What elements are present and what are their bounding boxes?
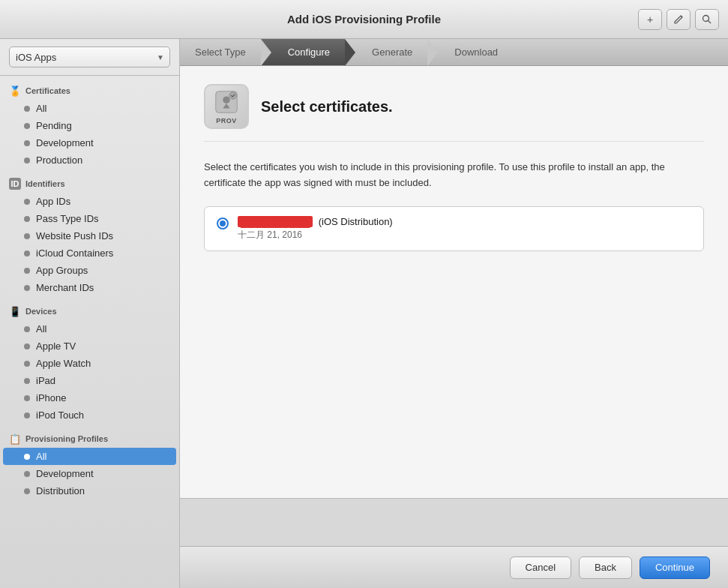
sidebar-item-label: All [36,103,46,114]
svg-point-0 [703,15,709,21]
prov-icon-inner: PROV [213,88,240,124]
dot-icon [24,106,30,112]
svg-point-3 [223,96,229,103]
sidebar-item-all-certs[interactable]: All [3,100,176,117]
certificate-icon: 🏅 [9,85,21,97]
sidebar-item-label: All [36,451,46,462]
provisioning-profiles-label: Provisioning Profiles [25,434,108,443]
sidebar-item-label: Pending [36,120,72,131]
app-type-dropdown-wrapper[interactable]: iOS Apps macOS tvOS ▼ [9,46,170,68]
step-select-type[interactable]: Select Type [180,39,261,65]
sidebar-item-label: Distribution [36,485,85,496]
dot-icon [24,158,30,164]
sidebar-item-label: App Groups [36,265,88,276]
svg-line-1 [709,20,712,23]
sidebar-item-icloud-containers[interactable]: iCloud Containers [3,244,176,262]
sidebar-item-label: iCloud Containers [36,248,113,259]
dot-icon [24,216,30,222]
sidebar: iOS Apps macOS tvOS ▼ 🏅 Certificates All… [0,39,180,588]
title-bar-buttons: + [638,9,719,30]
step-label: Download [454,46,498,58]
back-button[interactable]: Back [579,556,632,579]
edit-button[interactable] [667,9,691,30]
profile-icon: 📋 [9,433,21,445]
prov-label: PROV [216,117,237,124]
sidebar-item-apple-watch[interactable]: Apple Watch [3,355,176,372]
cert-info: ██████████ (iOS Distribution) 十二月 21, 20… [238,216,393,242]
sidebar-item-distribution-profiles[interactable]: Distribution [3,482,176,500]
dot-icon [24,488,30,494]
sidebar-item-label: Merchant IDs [36,282,94,293]
page-title: Select certificates. [261,98,393,116]
dot-icon [24,344,30,350]
sidebar-item-ipod-touch[interactable]: iPod Touch [3,406,176,424]
sidebar-item-pass-type-ids[interactable]: Pass Type IDs [3,210,176,227]
scrollable-content: PROV Select certificates. Select the cer… [180,66,728,498]
dot-icon [24,268,30,274]
step-label: Generate [372,46,412,58]
sidebar-item-label: Apple TV [36,340,76,352]
cancel-button[interactable]: Cancel [510,556,571,579]
identifiers-section-header: ID Identifiers [0,169,179,193]
description-text: Select the certificates you wish to incl… [204,160,704,191]
sidebar-item-website-push-ids[interactable]: Website Push IDs [3,227,176,244]
gear-badge-icon [213,88,240,116]
sidebar-item-development-certs[interactable]: Development [3,134,176,152]
sidebar-item-label: Production [36,154,82,166]
sidebar-item-label: All [36,323,46,334]
app-type-dropdown[interactable]: iOS Apps macOS tvOS [9,46,170,68]
add-button[interactable]: + [638,9,662,30]
sidebar-item-apple-tv[interactable]: Apple TV [3,338,176,355]
sidebar-item-label: iPod Touch [36,410,84,421]
window-title: Add iOS Provisioning Profile [287,13,441,26]
dot-icon [24,199,30,205]
page-header: PROV Select certificates. [204,84,704,142]
search-button[interactable] [695,9,719,30]
dot-icon [24,285,30,291]
title-bar: Add iOS Provisioning Profile + [0,0,728,39]
step-configure[interactable]: Configure [261,39,345,65]
step-download[interactable]: Download [427,39,513,65]
certificates-label: Certificates [25,86,70,95]
sidebar-item-label: Development [36,137,94,148]
main-layout: iOS Apps macOS tvOS ▼ 🏅 Certificates All… [0,39,728,588]
sidebar-item-production[interactable]: Production [3,152,176,169]
dot-icon [24,250,30,256]
sidebar-item-app-groups[interactable]: App Groups [3,262,176,279]
provisioning-profiles-section-header: 📋 Provisioning Profiles [0,424,179,448]
devices-section-header: 📱 Devices [0,296,179,320]
cert-name-redacted: ██████████ [238,216,313,227]
sidebar-item-all-devices[interactable]: All [3,320,176,338]
sidebar-item-ipad[interactable]: iPad [3,372,176,389]
sidebar-item-development-profiles[interactable]: Development [3,465,176,482]
sidebar-item-merchant-ids[interactable]: Merchant IDs [3,279,176,296]
device-icon: 📱 [9,305,21,317]
dot-icon [24,378,30,384]
dot-icon [24,471,30,477]
identifiers-label: Identifiers [25,179,65,188]
cert-radio-button[interactable] [217,218,229,230]
sidebar-item-pending[interactable]: Pending [3,117,176,134]
dot-icon [24,361,30,367]
continue-button[interactable]: Continue [640,556,710,579]
dot-icon [24,123,30,129]
footer-bar: Cancel Back Continue [180,546,728,588]
dot-icon [24,326,30,332]
dot-icon [24,233,30,239]
identifier-icon: ID [9,178,21,190]
content-area: Select Type Configure Generate Download [180,39,728,588]
sidebar-item-all-profiles[interactable]: All [3,448,176,465]
sidebar-item-label: Website Push IDs [36,230,113,242]
sidebar-item-iphone[interactable]: iPhone [3,389,176,406]
cert-item[interactable]: ██████████ (iOS Distribution) 十二月 21, 20… [205,207,703,250]
provision-profile-icon: PROV [204,84,249,129]
sidebar-item-label: App IDs [36,196,70,207]
step-generate[interactable]: Generate [345,39,427,65]
cert-type: (iOS Distribution) [319,216,393,227]
dot-icon [24,395,30,401]
step-label: Select Type [195,46,246,58]
sidebar-item-label: Development [36,468,94,479]
sidebar-item-label: iPad [36,375,55,386]
step-bar: Select Type Configure Generate Download [180,39,728,66]
sidebar-item-app-ids[interactable]: App IDs [3,193,176,210]
